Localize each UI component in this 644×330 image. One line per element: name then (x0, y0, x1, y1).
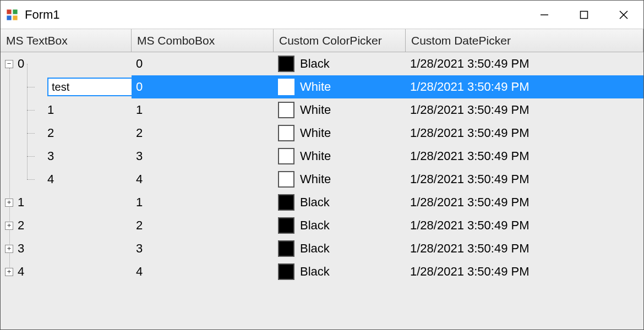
grid-header: MS TextBox MS ComboBox Custom ColorPicke… (1, 29, 643, 52)
date-value: 1/28/2021 3:50:49 PM (410, 241, 530, 256)
tree-cell[interactable] (1, 75, 132, 98)
datepicker-cell[interactable]: 1/28/2021 3:50:49 PM (406, 214, 643, 237)
color-swatch-icon (278, 194, 294, 211)
combobox-cell[interactable]: 4 (132, 168, 274, 191)
table-row[interactable]: +11Black1/28/2021 3:50:49 PM (1, 191, 643, 214)
column-header-textbox[interactable]: MS TextBox (1, 29, 132, 52)
expand-icon[interactable]: + (5, 199, 13, 207)
tree-node-icon (35, 129, 43, 138)
tree-cell[interactable]: 2 (1, 122, 132, 145)
colorpicker-cell[interactable]: Black (274, 52, 406, 75)
tree-cell[interactable]: +1 (1, 191, 132, 214)
table-row[interactable]: +44Black1/28/2021 3:50:49 PM (1, 260, 643, 283)
window-title: Form1 (25, 8, 525, 22)
datepicker-cell[interactable]: 1/28/2021 3:50:49 PM (406, 145, 643, 168)
color-name: White (300, 126, 331, 140)
datepicker-cell[interactable]: 1/28/2021 3:50:49 PM (406, 98, 643, 122)
tree-node-icon (35, 152, 43, 161)
table-row[interactable]: 44White1/28/2021 3:50:49 PM (1, 168, 643, 191)
datepicker-cell[interactable]: 1/28/2021 3:50:49 PM (406, 191, 643, 214)
colorpicker-cell[interactable]: White (274, 75, 406, 98)
table-row[interactable]: −00Black1/28/2021 3:50:49 PM (1, 52, 643, 75)
date-value: 1/28/2021 3:50:49 PM (410, 149, 530, 163)
expand-icon[interactable]: + (5, 268, 13, 276)
tree-cell[interactable]: 4 (1, 168, 132, 191)
svg-rect-1 (13, 9, 17, 14)
tree-cell[interactable]: −0 (1, 52, 132, 75)
table-row[interactable]: 11White1/28/2021 3:50:49 PM (1, 98, 643, 122)
tree-node-icon (35, 83, 43, 91)
tree-cell[interactable]: +2 (1, 214, 132, 237)
combobox-value: 0 (136, 57, 143, 71)
combobox-cell[interactable]: 0 (132, 52, 274, 75)
titlebar[interactable]: Form1 (1, 1, 643, 29)
combobox-value: 2 (136, 218, 143, 233)
colorpicker-cell[interactable]: White (274, 168, 406, 191)
date-value: 1/28/2021 3:50:49 PM (410, 218, 530, 233)
expand-icon[interactable]: + (5, 245, 13, 253)
table-row[interactable]: 22White1/28/2021 3:50:49 PM (1, 122, 643, 145)
column-header-colorpicker[interactable]: Custom ColorPicker (274, 29, 406, 52)
date-value: 1/28/2021 3:50:49 PM (410, 80, 530, 94)
color-name: White (300, 172, 331, 186)
datepicker-cell[interactable]: 1/28/2021 3:50:49 PM (406, 122, 643, 145)
combobox-cell[interactable]: 4 (132, 260, 274, 283)
table-row[interactable]: 33White1/28/2021 3:50:49 PM (1, 145, 643, 168)
column-header-datepicker[interactable]: Custom DatePicker (406, 29, 643, 52)
combobox-value: 1 (136, 103, 143, 117)
tree-label: 3 (47, 149, 54, 163)
table-row[interactable]: +22Black1/28/2021 3:50:49 PM (1, 214, 643, 237)
collapse-icon[interactable]: − (5, 60, 13, 68)
table-row[interactable]: 0White1/28/2021 3:50:49 PM (1, 75, 643, 98)
colorpicker-cell[interactable]: White (274, 122, 406, 145)
tree-node-icon (35, 106, 43, 114)
combobox-cell[interactable]: 2 (132, 214, 274, 237)
tree-cell[interactable]: 3 (1, 145, 132, 168)
date-value: 1/28/2021 3:50:49 PM (410, 103, 530, 117)
svg-rect-3 (13, 15, 17, 20)
close-icon (618, 9, 629, 20)
color-name: Black (300, 195, 330, 210)
colorpicker-cell[interactable]: White (274, 98, 406, 122)
minimize-button[interactable] (525, 1, 564, 29)
datepicker-cell[interactable]: 1/28/2021 3:50:49 PM (406, 75, 643, 98)
svg-rect-5 (581, 11, 588, 18)
column-header-combobox[interactable]: MS ComboBox (132, 29, 274, 52)
textbox-editor[interactable] (47, 78, 132, 96)
colorpicker-cell[interactable]: Black (274, 214, 406, 237)
color-name: Black (300, 241, 330, 256)
combobox-cell[interactable]: 3 (132, 237, 274, 260)
datepicker-cell[interactable]: 1/28/2021 3:50:49 PM (406, 52, 643, 75)
tree-label: 1 (47, 103, 54, 117)
colorpicker-cell[interactable]: Black (274, 237, 406, 260)
color-swatch-icon (278, 148, 294, 164)
date-value: 1/28/2021 3:50:49 PM (410, 57, 530, 71)
color-swatch-icon (278, 56, 294, 72)
combobox-editor[interactable]: 0 (132, 75, 265, 98)
expand-icon[interactable]: + (5, 222, 13, 230)
colorpicker-cell[interactable]: Black (274, 260, 406, 283)
combobox-cell[interactable]: 0 (132, 75, 274, 98)
date-value: 1/28/2021 3:50:49 PM (410, 195, 530, 210)
datepicker-cell[interactable]: 1/28/2021 3:50:49 PM (406, 237, 643, 260)
combobox-cell[interactable]: 3 (132, 145, 274, 168)
datepicker-cell[interactable]: 1/28/2021 3:50:49 PM (406, 260, 643, 283)
combobox-cell[interactable]: 2 (132, 122, 274, 145)
combobox-cell[interactable]: 1 (132, 98, 274, 122)
colorpicker-cell[interactable]: Black (274, 191, 406, 214)
tree-label: 1 (18, 195, 24, 210)
color-swatch-icon (278, 263, 294, 280)
grid-body[interactable]: −00Black1/28/2021 3:50:49 PM0White1/28/2… (1, 52, 643, 329)
close-button[interactable] (604, 1, 643, 29)
minimize-icon (539, 10, 549, 20)
combobox-value: 1 (136, 195, 143, 210)
tree-cell[interactable]: +4 (1, 260, 132, 283)
maximize-button[interactable] (564, 1, 604, 29)
datepicker-cell[interactable]: 1/28/2021 3:50:49 PM (406, 168, 643, 191)
colorpicker-cell[interactable]: White (274, 145, 406, 168)
color-name: White (300, 149, 331, 163)
tree-cell[interactable]: +3 (1, 237, 132, 260)
combobox-cell[interactable]: 1 (132, 191, 274, 214)
table-row[interactable]: +33Black1/28/2021 3:50:49 PM (1, 237, 643, 260)
tree-cell[interactable]: 1 (1, 98, 132, 122)
